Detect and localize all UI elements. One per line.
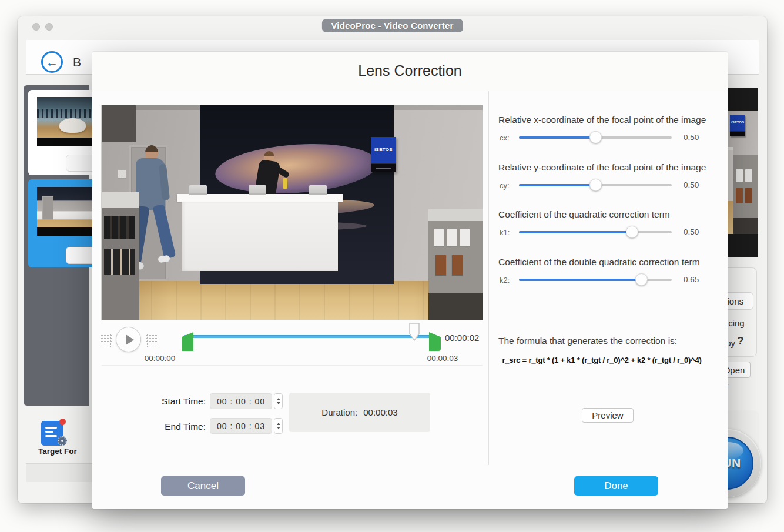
playhead-marker[interactable] (408, 323, 420, 342)
k2-value: 0.65 (684, 275, 699, 284)
dialog-title: Lens Correction (92, 62, 728, 79)
screen: VideoProc - Video Converter ← B (0, 0, 784, 532)
shelf-products (104, 216, 135, 239)
cx-slider-group: Relative x-coordinate of the focal point… (490, 115, 728, 164)
correction-formula: r_src = r_tgt * (1 + k1 * (r_tgt / r_0)^… (483, 356, 721, 364)
k1-slider-fill (519, 231, 632, 233)
cx-slider-fill (519, 136, 595, 139)
start-time-stepper[interactable] (274, 393, 283, 409)
left-shelf (102, 192, 139, 320)
clip-end-time: 00:00:03 (422, 354, 463, 363)
target-format-icon[interactable] (41, 421, 63, 446)
clip-start-time: 00:00:00 (139, 354, 180, 363)
back-arrow-icon: ← (46, 56, 58, 68)
step-up-icon (277, 423, 280, 425)
laptop (249, 185, 266, 195)
end-time-stepper[interactable] (274, 418, 283, 434)
cancel-button[interactable]: Cancel (161, 476, 245, 496)
cy-description: Relative y-coordinate of the focal point… (498, 162, 706, 173)
shelf-box (736, 188, 743, 203)
window-minimize-button[interactable] (45, 23, 53, 31)
start-time-input[interactable]: 00 : 00 : 00 (210, 393, 272, 409)
step-down-icon (277, 427, 280, 429)
back-button[interactable]: ← (41, 51, 63, 73)
thumbnail-podium (59, 118, 86, 133)
k2-slider-handle[interactable] (635, 273, 648, 286)
target-format-label: Target For (28, 447, 87, 456)
shelf-top (102, 192, 139, 208)
cy-slider[interactable] (519, 184, 672, 186)
trim-end-handle[interactable] (429, 332, 441, 351)
walker-shoe (158, 255, 170, 263)
step-down-icon (277, 402, 280, 404)
k1-label: k1: (500, 228, 510, 237)
k2-label: k2: (500, 276, 510, 285)
corner-display (102, 105, 136, 142)
k1-slider-group: Coefficient of the quadratic correction … (490, 209, 728, 259)
laptop (309, 185, 327, 195)
laptop (189, 185, 207, 195)
video-list-sidebar (24, 85, 89, 406)
doc-line (45, 435, 57, 437)
section-divider (102, 365, 483, 366)
store-sign-text: iSETOS (730, 121, 745, 124)
preview-shelf (733, 155, 758, 234)
help-icon[interactable]: ? (737, 334, 744, 347)
cx-label: cx: (500, 133, 510, 142)
k2-slider-fill (519, 279, 641, 281)
video-preview[interactable]: iSETOS (102, 105, 483, 320)
play-icon (126, 334, 134, 345)
cy-slider-group: Relative y-coordinate of the focal point… (490, 162, 728, 212)
shelf-box (447, 229, 457, 246)
k1-description: Coefficient of the quadratic correction … (498, 209, 670, 220)
cx-slider[interactable] (519, 136, 672, 139)
current-time: 00:00:02 (445, 333, 479, 343)
duration-value: 00:00:03 (363, 407, 397, 417)
timeline-track[interactable] (184, 335, 435, 338)
cx-slider-handle[interactable] (589, 131, 602, 143)
drag-grip-icon[interactable] (100, 334, 112, 347)
shelf-box (745, 169, 752, 182)
cy-slider-handle[interactable] (589, 179, 602, 191)
doc-line (45, 427, 57, 429)
k1-slider-handle[interactable] (626, 226, 638, 238)
phone-artwork (214, 139, 380, 198)
shelf-box (434, 229, 444, 246)
store-sign-band (371, 163, 396, 172)
panel-divider (488, 91, 489, 465)
desk-counter (177, 194, 343, 202)
notification-dot (59, 419, 66, 425)
store-floor (102, 281, 483, 320)
dialog-titlebar: Lens Correction (92, 52, 728, 91)
window-close-button[interactable] (32, 23, 40, 31)
shelf-products (104, 249, 135, 275)
right-shelf (428, 209, 483, 320)
play-button[interactable] (116, 327, 141, 352)
shelf-box (435, 255, 446, 275)
done-button[interactable]: Done (574, 476, 658, 496)
end-time-input[interactable]: 00 : 00 : 03 (210, 418, 272, 434)
back-button-label: B (73, 55, 81, 69)
window-title: VideoProc - Video Converter (321, 19, 463, 32)
store-sign-text: iSETOS (371, 147, 396, 152)
store-sign-band (730, 131, 745, 136)
shelf-base (428, 293, 483, 320)
k1-value: 0.50 (684, 227, 699, 236)
trim-start-handle[interactable] (182, 332, 193, 351)
duration-box: Duration: 00:00:03 (289, 393, 430, 432)
end-time-label: End Time: (154, 421, 206, 432)
cy-value: 0.50 (684, 180, 699, 189)
lens-correction-dialog: Lens Correction iSETOS (92, 52, 728, 509)
drag-grip-icon[interactable] (146, 334, 158, 347)
step-up-icon (277, 398, 280, 400)
k2-slider[interactable] (519, 279, 672, 281)
shelf-top (428, 209, 483, 221)
gear-icon (58, 436, 67, 446)
k1-slider[interactable] (519, 231, 672, 233)
preview-store-sign: iSETOS (730, 115, 745, 136)
shelf-box (745, 188, 752, 203)
cx-value: 0.50 (684, 133, 699, 142)
preview-button[interactable]: Preview (582, 408, 634, 423)
shelf-box (736, 169, 743, 182)
shelf-box (452, 255, 463, 275)
